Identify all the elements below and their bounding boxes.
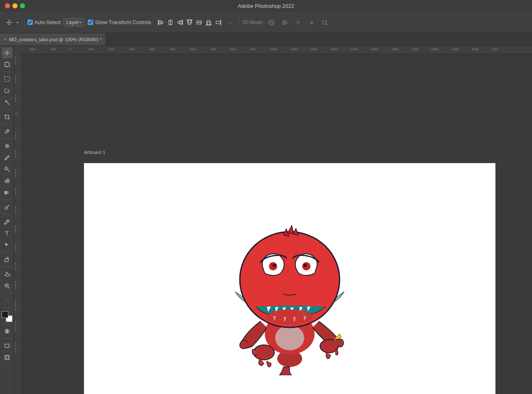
svg-point-59 bbox=[278, 280, 281, 283]
svg-point-62 bbox=[299, 287, 301, 289]
3d-slide-icon[interactable] bbox=[305, 17, 317, 28]
maximize-button[interactable] bbox=[20, 3, 25, 8]
align-vertical-centers-icon[interactable] bbox=[195, 18, 204, 27]
ruler-mark: 900 bbox=[250, 47, 256, 51]
svg-rect-52 bbox=[6, 356, 8, 359]
align-top-edges-icon[interactable] bbox=[185, 18, 194, 27]
align-icons-group bbox=[156, 18, 223, 27]
transform-controls-checkbox[interactable] bbox=[88, 20, 93, 25]
ruler-vmark: 1200 bbox=[15, 341, 16, 353]
extra-tools-button[interactable]: ··· bbox=[2, 295, 12, 306]
ruler-mark: 0 bbox=[69, 47, 71, 51]
layer-dropdown-arrow: ▾ bbox=[79, 20, 81, 25]
svg-point-58 bbox=[299, 276, 301, 279]
divider-2 bbox=[239, 17, 239, 27]
3d-mode-group: 3D Mode: bbox=[242, 17, 330, 28]
tool-divider-10 bbox=[2, 307, 12, 308]
shape-tool[interactable] bbox=[2, 254, 12, 265]
tool-divider-11 bbox=[2, 324, 12, 324]
ruler-vmark: 400 bbox=[15, 187, 16, 196]
svg-rect-40 bbox=[5, 191, 10, 194]
ruler-vmark: 600 bbox=[15, 225, 16, 233]
align-right-edges-icon[interactable] bbox=[175, 18, 185, 27]
artboard-tool[interactable] bbox=[2, 59, 12, 70]
hand-tool[interactable] bbox=[2, 269, 12, 280]
gradient-tool[interactable] bbox=[2, 187, 12, 198]
svg-point-20 bbox=[284, 22, 286, 23]
ruler-mark: 1700 bbox=[411, 47, 419, 51]
svg-rect-9 bbox=[188, 20, 191, 25]
3d-rotate-icon[interactable] bbox=[266, 17, 277, 28]
ruler-mark: 300 bbox=[129, 47, 134, 51]
svg-point-61 bbox=[283, 289, 284, 291]
ruler-vmark: 200 bbox=[15, 150, 16, 159]
artboard-label: Artboard 1 bbox=[84, 150, 105, 155]
3d-roll-icon[interactable] bbox=[279, 17, 291, 28]
svg-rect-44 bbox=[5, 259, 8, 262]
svg-rect-21 bbox=[323, 21, 326, 24]
close-button[interactable] bbox=[5, 3, 10, 8]
ruler-top: -200 -100 0 100 200 300 400 500 600 700 … bbox=[22, 46, 532, 54]
move-tool[interactable] bbox=[2, 47, 12, 58]
eraser-tool[interactable] bbox=[2, 176, 12, 186]
zoom-tool[interactable] bbox=[2, 280, 12, 291]
color-swatches[interactable] bbox=[2, 311, 12, 322]
lasso-tool[interactable] bbox=[2, 85, 12, 96]
crop-tool[interactable] bbox=[2, 112, 12, 122]
svg-point-57 bbox=[286, 270, 289, 273]
frame-tool[interactable] bbox=[2, 352, 12, 363]
ruler-vmark: 300 bbox=[15, 56, 16, 65]
move-tool-icon[interactable] bbox=[3, 17, 15, 28]
path-selection-tool[interactable] bbox=[2, 240, 12, 250]
tab-close-button[interactable]: × bbox=[4, 37, 7, 42]
3d-scale-icon[interactable] bbox=[319, 17, 330, 28]
svg-rect-50 bbox=[5, 344, 9, 347]
align-horizontal-centers-icon[interactable] bbox=[166, 18, 175, 27]
svg-point-43 bbox=[5, 223, 5, 224]
app-title: Adobe Photoshop 2022 bbox=[238, 3, 294, 9]
clone-stamp-tool[interactable] bbox=[2, 164, 12, 175]
foreground-color-swatch[interactable] bbox=[2, 311, 8, 318]
pen-tool[interactable] bbox=[2, 216, 12, 227]
ruler-vmark: 1100 bbox=[15, 320, 16, 332]
align-bottom-edges-icon[interactable] bbox=[204, 18, 213, 27]
healing-brush-tool[interactable] bbox=[2, 141, 12, 151]
auto-select-checkbox[interactable] bbox=[27, 20, 33, 25]
ruler-mark: 700 bbox=[210, 47, 216, 51]
tool-divider-2 bbox=[2, 109, 12, 110]
align-left-edges-icon[interactable] bbox=[156, 18, 165, 27]
ruler-mark: 1100 bbox=[290, 47, 298, 51]
tool-divider-5 bbox=[2, 200, 12, 200]
3d-mode-label: 3D Mode: bbox=[242, 20, 264, 25]
ruler-mark: 600 bbox=[190, 47, 195, 51]
brush-tool[interactable] bbox=[2, 152, 12, 163]
rectangular-marquee-tool[interactable] bbox=[2, 74, 12, 84]
ruler-vmark: 100 bbox=[15, 94, 16, 102]
titlebar: Adobe Photoshop 2022 bbox=[0, 0, 532, 12]
document-tab[interactable]: × MD_creators_labo.psd @ 100% (RGB/8#) * bbox=[0, 33, 106, 45]
layer-dropdown[interactable]: Layer ▾ bbox=[63, 18, 84, 27]
ruler-mark: 1600 bbox=[391, 47, 399, 51]
ruler-mark: 500 bbox=[170, 47, 175, 51]
quick-mask-button[interactable] bbox=[2, 326, 12, 337]
more-options-button[interactable]: ··· bbox=[224, 17, 236, 27]
svg-rect-5 bbox=[180, 21, 182, 24]
artboard[interactable] bbox=[84, 163, 495, 394]
eyedropper-tool[interactable] bbox=[2, 126, 12, 137]
ruler-vmark: 100 bbox=[15, 131, 16, 140]
tool-divider-7 bbox=[2, 252, 12, 253]
ruler-left: 300 200 100 0 100 200 300 400 500 600 70… bbox=[14, 46, 22, 394]
text-tool[interactable]: T bbox=[2, 228, 12, 239]
svg-point-19 bbox=[283, 20, 287, 25]
tool-divider-1 bbox=[2, 72, 12, 72]
minimize-button[interactable] bbox=[12, 3, 17, 8]
svg-point-55 bbox=[275, 325, 304, 350]
3d-pan-icon[interactable] bbox=[292, 17, 304, 28]
dodge-tool[interactable] bbox=[2, 202, 12, 213]
tool-divider-6 bbox=[2, 214, 12, 215]
magic-wand-tool[interactable] bbox=[2, 97, 12, 108]
ruler-vmark: 300 bbox=[15, 169, 16, 177]
screen-mode-button[interactable] bbox=[2, 340, 12, 351]
align-right2-icon[interactable] bbox=[214, 18, 223, 27]
svg-point-68 bbox=[254, 345, 274, 360]
